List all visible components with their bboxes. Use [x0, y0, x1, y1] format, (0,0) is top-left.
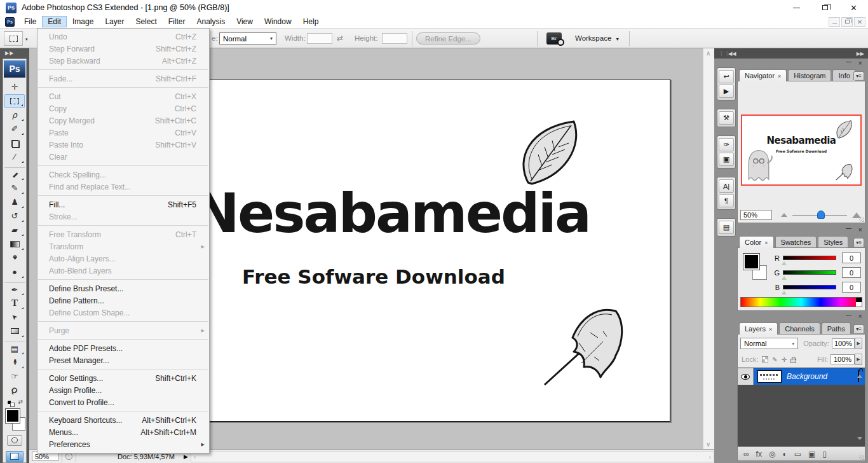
scroll-up-icon[interactable]: ∧	[706, 50, 710, 57]
menu-item-undo[interactable]: UndoCtrl+Z	[37, 31, 209, 43]
workspace-menu[interactable]: Workspace	[575, 34, 620, 42]
lock-all-icon[interactable]	[790, 359, 796, 363]
brushes-icon[interactable]: ✑	[719, 138, 734, 151]
menu-window[interactable]: Window	[259, 16, 297, 27]
delete-layer-icon[interactable]: ▯	[822, 450, 827, 458]
spot-healing-brush-tool[interactable]: ▬	[4, 167, 25, 181]
zoom-tool[interactable]: Q	[4, 384, 25, 397]
tab-close-icon[interactable]: ×	[764, 240, 768, 246]
dock-collapse-right-icon[interactable]: ▶▶	[857, 51, 864, 57]
rectangular-marquee-tool[interactable]	[4, 94, 25, 108]
tools-collapse-icon[interactable]: ▶▶	[0, 48, 29, 59]
quick-selection-tool[interactable]: ✐	[4, 122, 25, 136]
navigator-tab-histogram[interactable]: Histogram	[788, 69, 831, 81]
gradient-tool[interactable]	[4, 237, 25, 251]
path-selection-tool[interactable]: ➤	[4, 310, 25, 324]
vertical-scrollbar[interactable]: ∧ ∨	[703, 48, 714, 449]
status-popup-arrow-icon[interactable]: ▶	[184, 453, 188, 460]
menu-item-transform[interactable]: Transform▶	[37, 240, 209, 252]
menu-item-fill[interactable]: Fill...Shift+F5	[37, 198, 209, 211]
panel-minimize-icon[interactable]	[846, 228, 851, 229]
menu-item-keyboard-shortcuts[interactable]: Keyboard Shortcuts...Alt+Shift+Ctrl+K	[37, 414, 209, 426]
panel-close-icon[interactable]: ×	[858, 312, 862, 320]
tab-close-icon[interactable]: ×	[778, 73, 781, 79]
eraser-tool[interactable]: ▰	[4, 223, 25, 237]
foreground-color-swatch[interactable]	[5, 408, 20, 424]
menu-item-color-settings[interactable]: Color Settings...Shift+Ctrl+K	[37, 372, 209, 384]
menu-help[interactable]: Help	[297, 16, 325, 27]
menu-item-copy-merged[interactable]: Copy MergedShift+Ctrl+C	[37, 114, 209, 127]
adjustment-layer-icon[interactable]: ◐	[782, 450, 787, 458]
dodge-tool[interactable]: ●	[4, 265, 25, 279]
fill-input[interactable]: 100%	[831, 354, 855, 364]
horizontal-scrollbar[interactable]: ‹ ›	[191, 451, 714, 462]
link-layers-icon[interactable]: ∞	[743, 450, 749, 458]
version-cue-icon[interactable]	[65, 453, 72, 460]
list-scroll-down-icon[interactable]	[857, 437, 862, 443]
panel-minimize-icon[interactable]	[846, 315, 851, 315]
width-input[interactable]	[307, 33, 332, 44]
visibility-toggle[interactable]	[738, 368, 754, 385]
resize-grip[interactable]	[859, 455, 864, 460]
zoom-slider[interactable]	[792, 210, 847, 220]
history-brush-tool[interactable]: ↺	[4, 209, 25, 223]
opacity-spinner-icon[interactable]: ▶	[855, 338, 862, 349]
panel-close-icon[interactable]: ×	[858, 59, 862, 67]
layer-row-background[interactable]: Background	[738, 368, 865, 385]
tool-preset-arrow-icon[interactable]: ▾	[25, 37, 28, 42]
blur-tool[interactable]: ♠	[4, 251, 25, 265]
history-icon[interactable]: ↩	[719, 70, 734, 83]
menu-item-find-and-replace-text[interactable]: Find and Replace Text...	[37, 181, 209, 193]
tab-close-icon[interactable]: ×	[769, 326, 772, 333]
menu-filter[interactable]: Filter	[163, 16, 191, 27]
color-tab-swatches[interactable]: Swatches	[775, 236, 817, 248]
layer-style-icon[interactable]: fx	[756, 450, 762, 458]
fill-spinner-icon[interactable]: ▶	[855, 354, 862, 365]
resize-grip[interactable]	[859, 217, 864, 222]
tool-presets-icon[interactable]: ⚒	[719, 111, 734, 125]
menu-item-assign-profile[interactable]: Assign Profile...	[37, 384, 209, 396]
color-tab-color[interactable]: Color×	[739, 236, 774, 248]
notes-tool[interactable]: ▤	[4, 342, 25, 356]
layer-group-icon[interactable]: ▭	[794, 450, 801, 458]
menu-item-preset-manager[interactable]: Preset Manager...	[37, 354, 209, 366]
color-tab-styles[interactable]: Styles	[818, 236, 848, 248]
opacity-input[interactable]: 100%	[832, 338, 855, 349]
crop-tool[interactable]	[4, 136, 25, 150]
spectrum-white-swatch[interactable]	[856, 302, 862, 307]
channel-slider[interactable]	[783, 270, 836, 275]
scroll-left-icon[interactable]: ‹	[194, 453, 196, 460]
slider-thumb-icon[interactable]	[782, 259, 787, 265]
height-input[interactable]	[382, 33, 407, 44]
foreground-swatch[interactable]	[743, 253, 760, 270]
scroll-down-icon[interactable]: ∨	[706, 441, 710, 448]
navigator-preview[interactable]: Nesabamedia Free Sofware Download	[741, 114, 862, 186]
menu-item-clear[interactable]: Clear	[37, 151, 209, 163]
layer-comps-icon[interactable]: ▤	[719, 221, 734, 234]
panel-close-icon[interactable]: ×	[858, 226, 862, 233]
panel-minimize-icon[interactable]	[846, 62, 851, 62]
menu-item-fade[interactable]: Fade...Shift+Ctrl+F	[37, 73, 209, 85]
minimize-button[interactable]	[782, 1, 811, 15]
menu-analysis[interactable]: Analysis	[191, 16, 231, 27]
close-button[interactable]: ✕	[839, 1, 868, 15]
eyedropper-tool[interactable]: ✒	[4, 356, 25, 370]
swap-dimensions-icon[interactable]: ⇄	[337, 34, 343, 43]
menu-item-cut[interactable]: CutCtrl+X	[37, 90, 209, 102]
menu-select[interactable]: Select	[130, 16, 162, 27]
shape-tool[interactable]	[4, 324, 25, 338]
menu-item-step-forward[interactable]: Step ForwardShift+Ctrl+Z	[37, 43, 209, 55]
channel-value-input[interactable]: 0	[842, 282, 861, 293]
doc-restore-button[interactable]	[841, 17, 853, 27]
move-tool[interactable]: ✛	[4, 80, 25, 94]
menu-item-adobe-pdf-presets[interactable]: Adobe PDF Presets...	[37, 342, 209, 354]
menu-edit[interactable]: Edit	[42, 16, 67, 27]
menu-item-define-custom-shape[interactable]: Define Custom Shape...	[37, 307, 209, 319]
menu-item-auto-align-layers[interactable]: Auto-Align Layers...	[37, 252, 209, 265]
type-tool[interactable]: T	[4, 296, 25, 310]
layer-thumbnail[interactable]	[757, 370, 782, 383]
blend-mode-select[interactable]: Normal▾	[740, 338, 798, 349]
brush-tool[interactable]: ✎	[4, 181, 25, 195]
layers-tab-channels[interactable]: Channels	[779, 322, 820, 335]
navigator-tab-info[interactable]: Info	[832, 69, 855, 81]
